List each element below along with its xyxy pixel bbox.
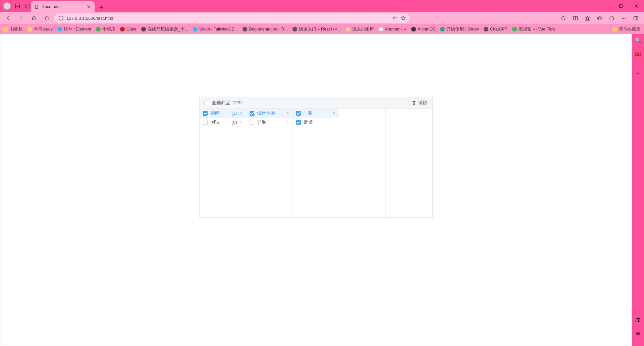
chevron-right-icon [286, 121, 290, 124]
bookmark-item[interactable]: 书签栏 [3, 26, 23, 32]
cascader-item[interactable]: 导航 [246, 118, 292, 127]
item-label: 指南 [210, 110, 229, 116]
url-text: 127.0.0.1:5500/test.html [66, 16, 390, 21]
bookmark-item[interactable]: 在线简历编辑器_个... [141, 26, 188, 32]
close-window-button[interactable] [629, 0, 644, 12]
settings-icon[interactable] [634, 330, 642, 337]
collections-icon[interactable] [606, 13, 616, 23]
bookmark-label: 书签栏 [10, 26, 23, 32]
profile-avatar[interactable] [3, 2, 11, 10]
toolbox-icon[interactable]: 🧰 [634, 50, 642, 57]
select-all-label: 全选商品 [212, 100, 230, 106]
svg-rect-0 [25, 4, 30, 8]
cascader-item[interactable]: 反馈 [293, 118, 339, 127]
bookmark-label: 组件 | Element [64, 26, 91, 32]
window-titlebar: Document [0, 0, 644, 12]
site-info-icon[interactable] [58, 15, 64, 21]
bookmark-label: 在线简历编辑器_个... [148, 26, 188, 32]
bookmark-item[interactable]: Width - TailwindCS... [193, 27, 238, 32]
clear-button[interactable]: 清除 [412, 100, 428, 106]
select-all-checkbox[interactable] [204, 101, 209, 105]
bookmark-item[interactable]: AIchatOS [411, 27, 436, 32]
maximize-button[interactable] [613, 0, 629, 12]
item-checkbox[interactable] [296, 120, 301, 125]
item-label: 反馈 [304, 119, 336, 125]
bookmark-item[interactable]: Gitee [120, 27, 137, 32]
extensions-icon[interactable] [558, 13, 568, 23]
bookmark-item[interactable]: 快速入门 – React 中... [292, 26, 341, 32]
favicon-icon [57, 27, 62, 32]
svg-rect-29 [636, 319, 640, 322]
history-icon[interactable] [594, 13, 604, 23]
cascader-column [386, 109, 432, 217]
minimize-button[interactable] [598, 0, 613, 12]
item-checkbox[interactable] [250, 111, 254, 116]
close-tab-icon[interactable] [87, 4, 91, 9]
sidebar-toggle-icon[interactable] [631, 13, 641, 23]
browser-tab[interactable]: Document [31, 1, 95, 12]
bookmark-item[interactable]: ChatGPT [484, 27, 507, 32]
svg-point-22 [622, 18, 623, 18]
favorite-icon[interactable] [400, 15, 406, 21]
bookmark-item[interactable]: 小程序 [96, 26, 115, 32]
svg-point-23 [623, 18, 624, 18]
new-tab-button[interactable] [97, 3, 106, 12]
bookmark-label: 开始使用 | Slidev [446, 26, 479, 32]
chevron-right-icon [240, 112, 243, 115]
split-screen-icon[interactable] [570, 13, 580, 23]
favicon-icon [120, 27, 125, 32]
favicon-icon [440, 27, 445, 32]
search-tool-icon[interactable]: 🔍 [634, 36, 642, 44]
favicon-icon [292, 27, 297, 32]
cascader-columns: 指南 (2)测试 (0)设计原则导航一致反馈 [200, 109, 432, 217]
item-checkbox[interactable] [203, 120, 208, 125]
selection-count: (2/5) [232, 100, 242, 105]
page-viewport: 全选商品 (2/5) 清除 指南 (2)测试 (0)设计原则导航一致反馈 [0, 34, 632, 346]
favicon-icon [193, 27, 198, 32]
bookmark-item[interactable]: Documentation | Fr... [243, 27, 288, 32]
reader-mode-icon[interactable]: Aᵃ [393, 16, 397, 20]
forward-button [16, 13, 26, 23]
favorites-list-icon[interactable] [582, 13, 592, 23]
item-label: 一致 [304, 110, 330, 116]
back-button[interactable] [3, 13, 13, 23]
bookmarks-bar: 书签栏学习study组件 | Element小程序Gitee在线简历编辑器_个.… [0, 24, 644, 34]
bookmark-item[interactable]: 开始使用 | Slidev [440, 26, 479, 32]
bookmark-item[interactable]: 组件 | Element [57, 26, 91, 32]
hide-sidebar-icon[interactable] [634, 316, 642, 324]
cascader-item[interactable]: 一致 [293, 109, 339, 118]
transfer-header: 全选商品 (2/5) 清除 [200, 97, 432, 109]
workspaces-icon[interactable] [14, 3, 21, 9]
svg-rect-7 [620, 5, 622, 7]
chevron-right-icon [333, 112, 336, 115]
split-view-icon[interactable] [24, 3, 31, 9]
bookmark-label: ChatGPT [490, 27, 507, 32]
bookmarks-overflow[interactable]: 其他收藏夹 [612, 26, 641, 32]
item-checkbox[interactable] [250, 120, 254, 125]
cascader-item[interactable]: 指南 (2) [200, 109, 246, 118]
chevron-right-icon [286, 112, 290, 115]
reload-button[interactable] [29, 13, 39, 23]
bookmark-item[interactable]: 学习study [28, 26, 53, 32]
item-checkbox[interactable] [203, 111, 208, 116]
browser-toolbar: 127.0.0.1:5500/test.html Aᵃ [0, 12, 644, 24]
bookmark-item[interactable]: 浅末の图库 [346, 26, 374, 32]
item-checkbox[interactable] [296, 111, 301, 116]
svg-point-31 [637, 333, 639, 334]
address-bar[interactable]: 127.0.0.1:5500/test.html Aᵃ [54, 13, 410, 23]
bookmark-item[interactable]: 流视图 --- Vue Flow [512, 26, 555, 32]
favicon-icon [411, 27, 416, 32]
folder-icon [28, 27, 32, 32]
bookmark-item[interactable]: Another - [379, 27, 407, 32]
home-button[interactable] [42, 13, 52, 23]
page-body: 全选商品 (2/5) 清除 指南 (2)测试 (0)设计原则导航一致反馈 [1, 35, 631, 345]
triangle-up-icon [404, 28, 407, 30]
cascader-item[interactable]: 设计原则 [246, 109, 292, 118]
add-sidebar-icon[interactable] [634, 69, 642, 77]
cascader-item[interactable]: 测试 (0) [200, 118, 246, 127]
cascader-column: 设计原则导航 [246, 109, 293, 217]
favicon-icon [96, 27, 101, 32]
folder-icon [612, 27, 617, 32]
svg-point-13 [561, 16, 565, 20]
more-menu-icon[interactable] [619, 13, 629, 23]
